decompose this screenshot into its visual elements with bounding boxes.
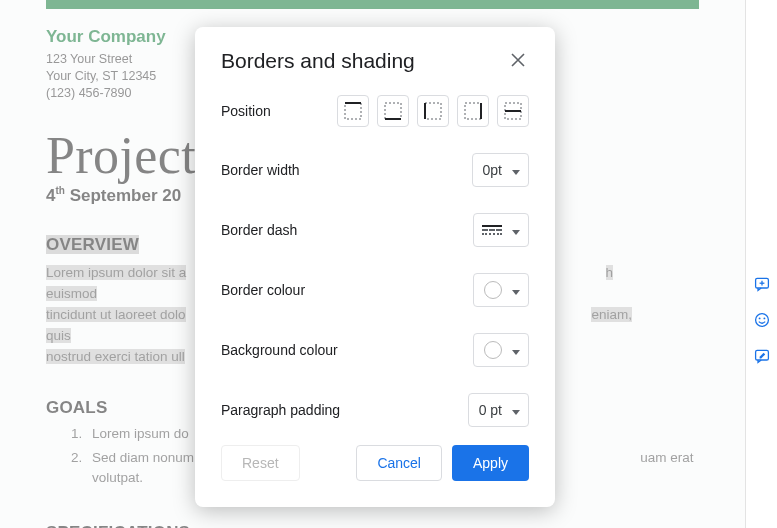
position-between-button[interactable] [497,95,529,127]
apply-button[interactable]: Apply [452,445,529,481]
chevron-down-icon [512,402,520,418]
svg-rect-2 [385,103,401,119]
border-width-label: Border width [221,162,300,178]
chevron-down-icon [512,282,520,298]
border-left-icon [424,102,442,120]
chevron-down-icon [512,342,520,358]
chevron-down-icon [512,162,520,178]
suggest-edits-icon [754,346,770,366]
chevron-down-icon [512,222,520,238]
svg-rect-4 [425,103,441,119]
paragraph-padding-value: 0 pt [479,402,502,418]
position-right-button[interactable] [457,95,489,127]
svg-point-15 [763,317,765,319]
close-button[interactable] [505,49,529,73]
border-dash-label: Border dash [221,222,297,238]
borders-shading-dialog: Borders and shading Position Border [195,27,555,507]
border-colour-dropdown[interactable] [473,273,529,307]
emoji-reaction-button[interactable] [748,306,776,334]
cancel-button[interactable]: Cancel [356,445,442,481]
border-top-icon [344,102,362,120]
position-label: Position [221,103,271,119]
background-colour-label: Background colour [221,342,338,358]
border-right-icon [464,102,482,120]
emoji-icon [754,310,770,330]
colour-swatch-icon [484,341,502,359]
dialog-title: Borders and shading [221,49,415,73]
border-between-icon [504,102,522,120]
svg-point-13 [755,314,768,327]
border-dash-icon [482,225,502,235]
border-width-dropdown[interactable]: 0pt [472,153,529,187]
border-dash-dropdown[interactable] [473,213,529,247]
suggest-edits-button[interactable] [748,342,776,370]
svg-rect-0 [345,103,361,119]
add-comment-icon [754,274,770,294]
svg-rect-6 [465,103,481,119]
border-bottom-icon [384,102,402,120]
paragraph-padding-dropdown[interactable]: 0 pt [468,393,529,427]
close-icon [511,53,525,67]
position-left-button[interactable] [417,95,449,127]
side-rail [745,0,777,528]
border-width-value: 0pt [483,162,502,178]
svg-point-14 [758,317,760,319]
reset-button[interactable]: Reset [221,445,300,481]
position-bottom-button[interactable] [377,95,409,127]
border-colour-label: Border colour [221,282,305,298]
position-group [337,95,529,127]
background-colour-dropdown[interactable] [473,333,529,367]
colour-swatch-icon [484,281,502,299]
add-comment-button[interactable] [748,270,776,298]
paragraph-padding-label: Paragraph padding [221,402,340,418]
position-top-button[interactable] [337,95,369,127]
